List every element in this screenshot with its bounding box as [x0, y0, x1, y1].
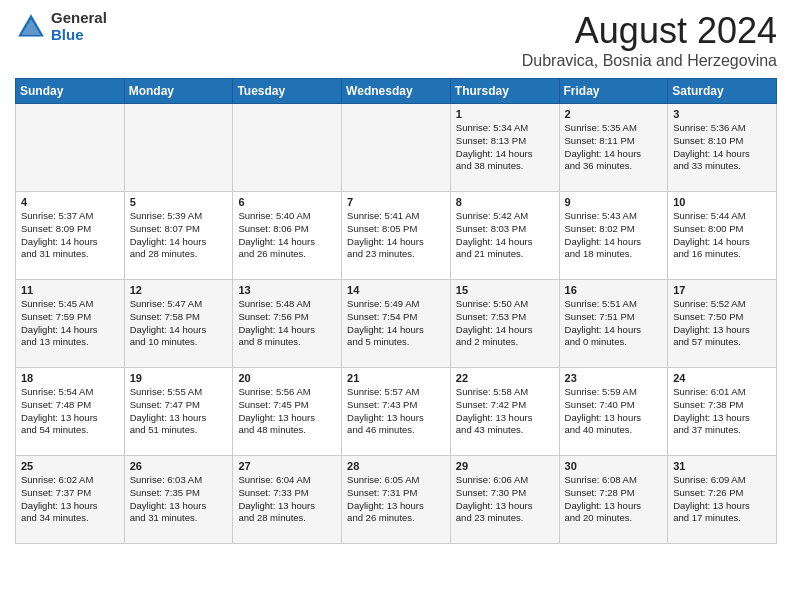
calendar-cell: 1Sunrise: 5:34 AM Sunset: 8:13 PM Daylig… — [450, 104, 559, 192]
logo: General Blue — [15, 10, 107, 43]
day-content: Sunrise: 6:05 AM Sunset: 7:31 PM Dayligh… — [347, 474, 445, 525]
day-content: Sunrise: 5:49 AM Sunset: 7:54 PM Dayligh… — [347, 298, 445, 349]
calendar-week-4: 18Sunrise: 5:54 AM Sunset: 7:48 PM Dayli… — [16, 368, 777, 456]
day-number: 14 — [347, 284, 445, 296]
day-content: Sunrise: 5:57 AM Sunset: 7:43 PM Dayligh… — [347, 386, 445, 437]
day-number: 24 — [673, 372, 771, 384]
day-content: Sunrise: 5:37 AM Sunset: 8:09 PM Dayligh… — [21, 210, 119, 261]
calendar-cell: 27Sunrise: 6:04 AM Sunset: 7:33 PM Dayli… — [233, 456, 342, 544]
calendar-cell: 22Sunrise: 5:58 AM Sunset: 7:42 PM Dayli… — [450, 368, 559, 456]
logo-icon — [15, 11, 47, 43]
calendar-cell: 17Sunrise: 5:52 AM Sunset: 7:50 PM Dayli… — [668, 280, 777, 368]
calendar-cell: 11Sunrise: 5:45 AM Sunset: 7:59 PM Dayli… — [16, 280, 125, 368]
day-content: Sunrise: 5:45 AM Sunset: 7:59 PM Dayligh… — [21, 298, 119, 349]
calendar-cell: 12Sunrise: 5:47 AM Sunset: 7:58 PM Dayli… — [124, 280, 233, 368]
day-number: 25 — [21, 460, 119, 472]
logo-general: General — [51, 10, 107, 27]
day-content: Sunrise: 5:50 AM Sunset: 7:53 PM Dayligh… — [456, 298, 554, 349]
day-number: 15 — [456, 284, 554, 296]
day-content: Sunrise: 5:55 AM Sunset: 7:47 PM Dayligh… — [130, 386, 228, 437]
day-number: 2 — [565, 108, 663, 120]
calendar-cell — [16, 104, 125, 192]
day-number: 23 — [565, 372, 663, 384]
day-content: Sunrise: 6:02 AM Sunset: 7:37 PM Dayligh… — [21, 474, 119, 525]
day-content: Sunrise: 5:42 AM Sunset: 8:03 PM Dayligh… — [456, 210, 554, 261]
day-number: 6 — [238, 196, 336, 208]
logo-blue: Blue — [51, 27, 107, 44]
location-subtitle: Dubravica, Bosnia and Herzegovina — [522, 52, 777, 70]
calendar-cell: 18Sunrise: 5:54 AM Sunset: 7:48 PM Dayli… — [16, 368, 125, 456]
day-number: 3 — [673, 108, 771, 120]
day-content: Sunrise: 5:34 AM Sunset: 8:13 PM Dayligh… — [456, 122, 554, 173]
day-content: Sunrise: 6:01 AM Sunset: 7:38 PM Dayligh… — [673, 386, 771, 437]
calendar-cell: 31Sunrise: 6:09 AM Sunset: 7:26 PM Dayli… — [668, 456, 777, 544]
calendar-cell: 3Sunrise: 5:36 AM Sunset: 8:10 PM Daylig… — [668, 104, 777, 192]
day-number: 4 — [21, 196, 119, 208]
day-content: Sunrise: 5:54 AM Sunset: 7:48 PM Dayligh… — [21, 386, 119, 437]
day-number: 13 — [238, 284, 336, 296]
calendar-cell — [233, 104, 342, 192]
calendar-cell — [124, 104, 233, 192]
calendar-cell: 13Sunrise: 5:48 AM Sunset: 7:56 PM Dayli… — [233, 280, 342, 368]
calendar-cell: 30Sunrise: 6:08 AM Sunset: 7:28 PM Dayli… — [559, 456, 668, 544]
day-content: Sunrise: 6:09 AM Sunset: 7:26 PM Dayligh… — [673, 474, 771, 525]
title-block: August 2024 Dubravica, Bosnia and Herzeg… — [522, 10, 777, 70]
day-number: 11 — [21, 284, 119, 296]
calendar-cell: 5Sunrise: 5:39 AM Sunset: 8:07 PM Daylig… — [124, 192, 233, 280]
day-number: 19 — [130, 372, 228, 384]
day-content: Sunrise: 5:35 AM Sunset: 8:11 PM Dayligh… — [565, 122, 663, 173]
day-number: 22 — [456, 372, 554, 384]
day-number: 5 — [130, 196, 228, 208]
calendar-cell: 10Sunrise: 5:44 AM Sunset: 8:00 PM Dayli… — [668, 192, 777, 280]
day-content: Sunrise: 5:44 AM Sunset: 8:00 PM Dayligh… — [673, 210, 771, 261]
calendar-cell: 28Sunrise: 6:05 AM Sunset: 7:31 PM Dayli… — [342, 456, 451, 544]
day-number: 9 — [565, 196, 663, 208]
day-number: 29 — [456, 460, 554, 472]
header-cell-wednesday: Wednesday — [342, 79, 451, 104]
day-number: 1 — [456, 108, 554, 120]
day-number: 7 — [347, 196, 445, 208]
day-content: Sunrise: 5:51 AM Sunset: 7:51 PM Dayligh… — [565, 298, 663, 349]
calendar-cell: 21Sunrise: 5:57 AM Sunset: 7:43 PM Dayli… — [342, 368, 451, 456]
day-content: Sunrise: 5:40 AM Sunset: 8:06 PM Dayligh… — [238, 210, 336, 261]
calendar-week-1: 1Sunrise: 5:34 AM Sunset: 8:13 PM Daylig… — [16, 104, 777, 192]
day-content: Sunrise: 5:41 AM Sunset: 8:05 PM Dayligh… — [347, 210, 445, 261]
day-number: 27 — [238, 460, 336, 472]
header-cell-thursday: Thursday — [450, 79, 559, 104]
day-number: 20 — [238, 372, 336, 384]
day-number: 16 — [565, 284, 663, 296]
day-number: 30 — [565, 460, 663, 472]
calendar-cell: 4Sunrise: 5:37 AM Sunset: 8:09 PM Daylig… — [16, 192, 125, 280]
day-content: Sunrise: 6:06 AM Sunset: 7:30 PM Dayligh… — [456, 474, 554, 525]
calendar-cell — [342, 104, 451, 192]
day-number: 21 — [347, 372, 445, 384]
calendar-cell: 6Sunrise: 5:40 AM Sunset: 8:06 PM Daylig… — [233, 192, 342, 280]
header-cell-sunday: Sunday — [16, 79, 125, 104]
day-content: Sunrise: 5:56 AM Sunset: 7:45 PM Dayligh… — [238, 386, 336, 437]
calendar-week-5: 25Sunrise: 6:02 AM Sunset: 7:37 PM Dayli… — [16, 456, 777, 544]
day-content: Sunrise: 6:03 AM Sunset: 7:35 PM Dayligh… — [130, 474, 228, 525]
calendar-week-3: 11Sunrise: 5:45 AM Sunset: 7:59 PM Dayli… — [16, 280, 777, 368]
calendar-cell: 20Sunrise: 5:56 AM Sunset: 7:45 PM Dayli… — [233, 368, 342, 456]
day-number: 28 — [347, 460, 445, 472]
header-cell-saturday: Saturday — [668, 79, 777, 104]
calendar-cell: 25Sunrise: 6:02 AM Sunset: 7:37 PM Dayli… — [16, 456, 125, 544]
calendar-cell: 8Sunrise: 5:42 AM Sunset: 8:03 PM Daylig… — [450, 192, 559, 280]
day-content: Sunrise: 6:04 AM Sunset: 7:33 PM Dayligh… — [238, 474, 336, 525]
day-number: 10 — [673, 196, 771, 208]
calendar-cell: 23Sunrise: 5:59 AM Sunset: 7:40 PM Dayli… — [559, 368, 668, 456]
page-header: General Blue August 2024 Dubravica, Bosn… — [15, 10, 777, 70]
day-number: 31 — [673, 460, 771, 472]
day-content: Sunrise: 5:47 AM Sunset: 7:58 PM Dayligh… — [130, 298, 228, 349]
header-cell-monday: Monday — [124, 79, 233, 104]
day-number: 17 — [673, 284, 771, 296]
calendar-body: 1Sunrise: 5:34 AM Sunset: 8:13 PM Daylig… — [16, 104, 777, 544]
day-number: 18 — [21, 372, 119, 384]
day-number: 8 — [456, 196, 554, 208]
logo-text: General Blue — [51, 10, 107, 43]
day-content: Sunrise: 5:58 AM Sunset: 7:42 PM Dayligh… — [456, 386, 554, 437]
header-cell-tuesday: Tuesday — [233, 79, 342, 104]
day-content: Sunrise: 5:36 AM Sunset: 8:10 PM Dayligh… — [673, 122, 771, 173]
calendar-cell: 26Sunrise: 6:03 AM Sunset: 7:35 PM Dayli… — [124, 456, 233, 544]
header-cell-friday: Friday — [559, 79, 668, 104]
